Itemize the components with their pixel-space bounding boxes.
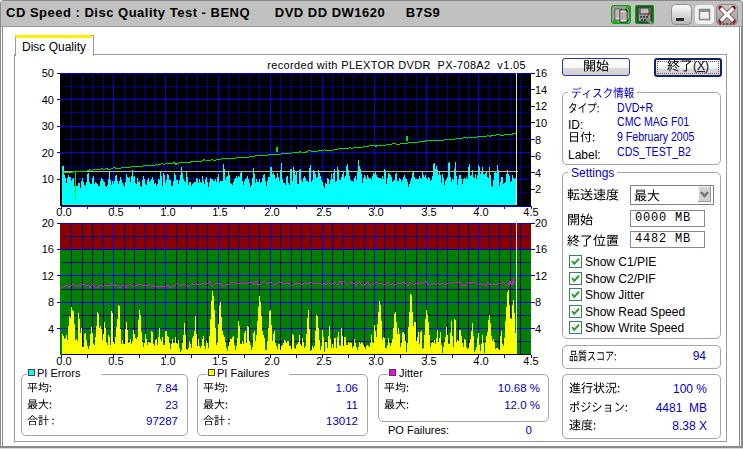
svg-text:4: 4	[535, 323, 541, 335]
svg-text:2.0: 2.0	[264, 206, 279, 218]
svg-text:20: 20	[42, 147, 54, 159]
svg-text:0.0: 0.0	[56, 355, 71, 367]
svg-text:0.0: 0.0	[56, 206, 71, 218]
svg-text:4.0: 4.0	[473, 355, 488, 367]
svg-text:8: 8	[535, 134, 541, 146]
svg-text:1.5: 1.5	[212, 206, 227, 218]
svg-text:2.5: 2.5	[316, 355, 331, 367]
svg-text:12: 12	[535, 100, 547, 112]
svg-text:16: 16	[42, 243, 54, 255]
svg-text:2.0: 2.0	[264, 355, 279, 367]
svg-text:1.0: 1.0	[160, 355, 175, 367]
svg-text:4.5: 4.5	[523, 355, 538, 367]
svg-text:6: 6	[535, 150, 541, 162]
svg-text:30: 30	[42, 120, 54, 132]
svg-text:16: 16	[535, 67, 547, 79]
svg-text:3.0: 3.0	[368, 355, 383, 367]
svg-text:0.5: 0.5	[108, 355, 123, 367]
svg-text:20: 20	[42, 217, 54, 229]
svg-text:3.5: 3.5	[421, 206, 436, 218]
svg-text:1.5: 1.5	[212, 355, 227, 367]
svg-text:3.0: 3.0	[368, 206, 383, 218]
svg-text:40: 40	[42, 94, 54, 106]
svg-text:14: 14	[535, 84, 547, 96]
svg-text:3.5: 3.5	[421, 355, 436, 367]
svg-text:12: 12	[535, 270, 547, 282]
svg-text:20: 20	[535, 217, 547, 229]
svg-text:4: 4	[535, 167, 541, 179]
svg-text:4: 4	[48, 323, 54, 335]
svg-text:8: 8	[535, 296, 541, 308]
svg-text:10: 10	[535, 117, 547, 129]
svg-text:0.5: 0.5	[108, 206, 123, 218]
svg-text:50: 50	[42, 67, 54, 79]
svg-text:2: 2	[535, 183, 541, 195]
svg-text:4.0: 4.0	[473, 206, 488, 218]
svg-text:10: 10	[42, 173, 54, 185]
svg-text:8: 8	[48, 296, 54, 308]
svg-text:16: 16	[535, 243, 547, 255]
svg-text:2.5: 2.5	[316, 206, 331, 218]
svg-text:1.0: 1.0	[160, 206, 175, 218]
svg-text:12: 12	[42, 270, 54, 282]
